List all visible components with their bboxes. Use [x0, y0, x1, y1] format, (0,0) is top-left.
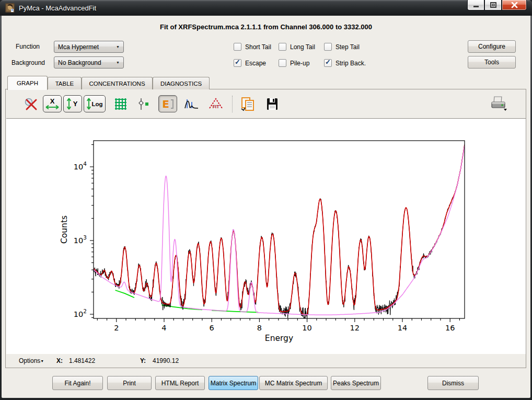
y-tick-label: 103 — [74, 234, 87, 245]
x-tick-label: 2 — [114, 324, 119, 332]
svg-text:FIT: FIT — [213, 104, 220, 109]
checkbox-label: Step Tail — [336, 43, 360, 51]
function-value: Mca Hypermet — [58, 43, 99, 51]
dismiss-button[interactable]: Dismiss — [427, 376, 479, 390]
energy-icon: E — [160, 97, 176, 111]
print-icon[interactable] — [489, 96, 508, 112]
background-label: Background — [11, 59, 45, 66]
chevron-down-icon: ▼ — [40, 359, 44, 363]
checkbox-short-tail[interactable]: Short Tail — [234, 41, 271, 52]
tab-diagnostics[interactable]: DIAGNOSTICS — [153, 77, 210, 89]
checkbox-box — [279, 43, 286, 51]
options-menu-button[interactable]: Options▼ — [19, 357, 44, 364]
checkbox-long-tail[interactable]: Long Tail — [279, 41, 315, 52]
window-titlebar[interactable]: PyMca - McaAdvancedFit — [0, 0, 532, 16]
tools-button[interactable]: Tools — [468, 56, 516, 68]
peaks-spectrum-button[interactable]: Peaks Spectrum — [331, 376, 381, 390]
checkbox-label: Pile-up — [290, 60, 309, 67]
x-autoscale-button[interactable]: X — [43, 95, 62, 112]
grid-icon[interactable] — [113, 97, 128, 111]
energy-toggle-button[interactable]: E — [158, 95, 177, 112]
x-axis-title: Energy — [265, 334, 293, 343]
checkbox-escape[interactable]: Escape — [234, 58, 266, 68]
marker-icon[interactable] — [137, 97, 151, 111]
checkbox-box — [234, 59, 241, 67]
peaks-icon[interactable] — [184, 97, 200, 111]
y-autoscale-icon: Y — [65, 97, 80, 111]
checkbox-label: Short Tail — [245, 43, 271, 51]
background-value: No Background — [58, 59, 101, 66]
svg-text:X: X — [50, 97, 55, 105]
dialog-content: Fit of XRFSpectrum.mca 2.1.1.1 from Chan… — [2, 16, 530, 398]
cursor-x-label: X: — [56, 357, 63, 364]
pymca-app-icon — [5, 3, 15, 13]
svg-text:E: E — [162, 98, 169, 110]
checkbox-box — [234, 43, 241, 51]
mc-matrix-spectrum-button[interactable]: MC Matrix Spectrum — [259, 376, 328, 390]
x-autoscale-icon: X — [44, 97, 60, 111]
html-report-button[interactable]: HTML Report — [155, 376, 205, 390]
log-toggle-button[interactable]: Log — [84, 95, 106, 112]
tab-graph[interactable]: GRAPH — [7, 76, 48, 90]
chevron-down-icon: ▼ — [116, 45, 120, 49]
checkbox-label: Escape — [245, 60, 266, 67]
x-tick-label: 14 — [398, 324, 407, 332]
save-icon[interactable] — [265, 97, 280, 111]
checkbox-box — [324, 43, 332, 51]
close-icon — [511, 2, 518, 8]
y-autoscale-button[interactable]: Y — [63, 95, 82, 112]
maximize-button[interactable] — [484, 0, 502, 10]
y-tick-label: 102 — [74, 308, 87, 318]
checkbox-label: Long Tail — [290, 43, 315, 51]
log-scale-icon: Log — [85, 97, 104, 111]
x-tick-label: 10 — [302, 324, 311, 332]
background-combobox[interactable]: No Background ▼ — [54, 56, 124, 68]
pymca-window: PyMca - McaAdvancedFit Fit of XRFSpectru… — [0, 0, 532, 400]
cursor-x-value: 1.481422 — [69, 357, 95, 364]
checkbox-step-tail[interactable]: Step Tail — [324, 41, 360, 52]
function-combobox[interactable]: Mca Hypermet ▼ — [54, 41, 124, 53]
plot-toolbar: X Y Log — [6, 89, 526, 118]
toolbar-separator — [232, 96, 233, 112]
matrix-spectrum-button[interactable]: Matrix Spectrum — [209, 376, 258, 390]
x-tick-label: 8 — [257, 324, 262, 332]
cursor-y-label: Y: — [140, 357, 146, 364]
configure-button[interactable]: Configure — [468, 40, 516, 53]
checkbox-pile-up[interactable]: Pile-up — [279, 58, 309, 68]
plot-statusbar: Options▼ X: 1.481422 Y: 41990.12 — [6, 356, 526, 368]
svg-text:Log: Log — [91, 101, 102, 107]
checkbox-box — [324, 59, 332, 67]
graph-tab-panel: X Y Log — [5, 89, 526, 368]
checkbox-strip-back[interactable]: Strip Back. — [324, 58, 366, 68]
maximize-icon — [490, 2, 496, 8]
x-tick-label: 6 — [210, 324, 214, 332]
copy-report-icon[interactable] — [239, 96, 256, 112]
x-tick-label: 16 — [445, 324, 455, 332]
y-tick-label: 104 — [74, 161, 87, 171]
minimize-button[interactable] — [467, 0, 484, 10]
spectrum-plot[interactable]: 246810121416102103104EnergyCounts — [6, 119, 526, 354]
y-axis-title: Counts — [60, 215, 69, 244]
chevron-down-icon: ▼ — [116, 61, 120, 64]
tab-table[interactable]: TABLE — [48, 77, 82, 89]
checkbox-box — [279, 59, 286, 67]
print-button[interactable]: Print — [107, 376, 152, 390]
function-label: Function — [16, 43, 40, 50]
x-tick-label: 4 — [161, 324, 166, 332]
window-title: PyMca - McaAdvancedFit — [19, 4, 96, 12]
minimize-icon — [473, 3, 479, 8]
zoom-reset-icon[interactable] — [24, 97, 38, 111]
fit-again-button[interactable]: Fit Again! — [52, 376, 103, 390]
fit-icon[interactable]: FIT — [207, 97, 224, 111]
tab-concentrations[interactable]: CONCENTRATIONS — [82, 77, 153, 89]
cursor-y-value: 41990.12 — [153, 357, 179, 364]
fit-banner: Fit of XRFSpectrum.mca 2.1.1.1 from Chan… — [2, 23, 530, 31]
svg-text:Y: Y — [73, 100, 78, 108]
spectrum-figure: 246810121416102103104EnergyCounts — [6, 118, 526, 354]
checkbox-label: Strip Back. — [336, 60, 366, 67]
close-button[interactable] — [502, 0, 527, 10]
x-tick-label: 12 — [350, 324, 360, 332]
